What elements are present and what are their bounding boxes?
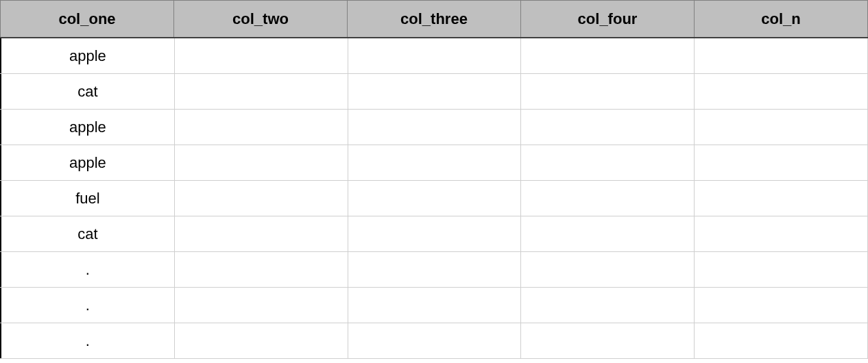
data-table: col_one col_two col_three col_four col_n… (0, 0, 868, 359)
column-header: col_n (694, 1, 868, 37)
column-header: col_three (347, 1, 520, 37)
table-header-row: col_one col_two col_three col_four col_n (0, 0, 868, 38)
table-cell (174, 38, 348, 73)
table-row: . (0, 288, 868, 323)
table-cell: . (0, 252, 174, 287)
table-cell: apple (0, 145, 174, 180)
table-cell (694, 323, 868, 358)
table-cell (348, 38, 521, 73)
table-cell (348, 110, 521, 145)
table-cell (348, 145, 521, 180)
table-cell: . (0, 323, 174, 358)
table-cell (694, 38, 868, 73)
table-row: fuel (0, 181, 868, 216)
column-header: col_two (173, 1, 347, 37)
table-cell (694, 288, 868, 323)
table-row: cat (0, 74, 868, 110)
table-cell (694, 145, 868, 180)
table-cell (520, 38, 694, 73)
table-cell (694, 252, 868, 287)
table-cell (694, 110, 868, 145)
table-row: apple (0, 145, 868, 181)
table-row: . (0, 323, 868, 359)
table-cell (520, 110, 694, 145)
table-cell (520, 216, 694, 251)
table-cell (348, 323, 521, 358)
table-cell (348, 74, 521, 109)
table-cell: cat (0, 216, 174, 251)
table-cell: cat (0, 74, 174, 109)
table-cell (694, 74, 868, 109)
table-cell (174, 252, 348, 287)
table-cell (174, 145, 348, 180)
table-cell (174, 216, 348, 251)
table-cell: apple (0, 110, 174, 145)
table-row: cat (0, 216, 868, 252)
table-cell (174, 323, 348, 358)
table-cell: . (0, 288, 174, 323)
table-cell (348, 288, 521, 323)
table-row: apple (0, 38, 868, 74)
table-cell (520, 74, 694, 109)
table-cell (520, 145, 694, 180)
column-header: col_one (0, 1, 173, 37)
table-cell (174, 288, 348, 323)
table-cell: apple (0, 38, 174, 73)
table-cell: fuel (0, 181, 174, 216)
table-cell (520, 288, 694, 323)
table-cell (174, 181, 348, 216)
table-cell (520, 323, 694, 358)
column-header: col_four (520, 1, 694, 37)
table-row: apple (0, 110, 868, 145)
table-cell (174, 74, 348, 109)
table-cell (520, 252, 694, 287)
table-cell (694, 181, 868, 216)
table-cell (174, 110, 348, 145)
table-cell (348, 181, 521, 216)
table-cell (348, 216, 521, 251)
table-cell (348, 252, 521, 287)
table-row: . (0, 252, 868, 288)
table-cell (694, 216, 868, 251)
table-cell (520, 181, 694, 216)
